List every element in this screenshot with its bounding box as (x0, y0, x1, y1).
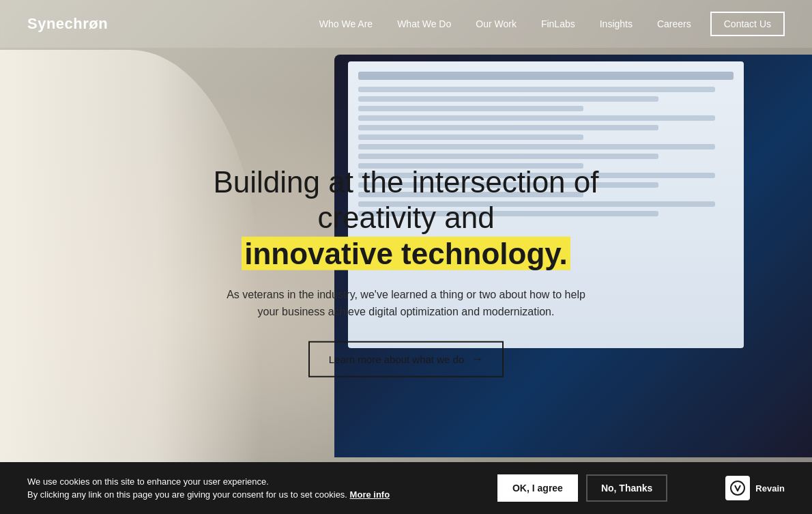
logo[interactable]: Synechrøn (27, 15, 108, 33)
cookie-more-info-link[interactable]: More info (350, 489, 390, 500)
nav-item-our-work[interactable]: Our Work (463, 13, 529, 35)
navbar: Synechrøn Who We Are What We Do Our Work… (0, 0, 812, 48)
nav-links: Who We Are What We Do Our Work FinLabs I… (307, 12, 785, 36)
revain-badge: Revain (725, 476, 785, 500)
cookie-message-line2: By clicking any link on this page you ar… (27, 489, 347, 500)
contact-button[interactable]: Contact Us (710, 12, 785, 36)
nav-item-careers[interactable]: Careers (645, 13, 704, 35)
cookie-decline-button[interactable]: No, Thanks (586, 474, 667, 502)
nav-item-contact[interactable]: Contact Us (704, 12, 785, 36)
svg-point-0 (731, 481, 744, 495)
nav-item-who-we-are[interactable]: Who We Are (307, 13, 385, 35)
hero-content: Building at the intersection of creativi… (167, 164, 645, 377)
cookie-text: We use cookies on this site to enhance y… (27, 475, 450, 502)
cta-label: Learn more about what we do (329, 354, 464, 365)
cookie-agree-button[interactable]: OK, I agree (497, 474, 578, 502)
nav-link-our-work[interactable]: Our Work (463, 13, 529, 35)
hero-subtitle: As veterans in the industry, we've learn… (215, 286, 597, 321)
cookie-message-line1: We use cookies on this site to enhance y… (27, 476, 269, 487)
hero-title-line1: Building at the intersection of creativi… (167, 164, 645, 236)
nav-item-finlabs[interactable]: FinLabs (529, 13, 588, 35)
revain-label: Revain (755, 483, 785, 494)
nav-item-insights[interactable]: Insights (588, 13, 645, 35)
nav-item-what-we-do[interactable]: What We Do (385, 13, 463, 35)
nav-link-insights[interactable]: Insights (588, 13, 645, 35)
nav-link-what-we-do[interactable]: What We Do (385, 13, 463, 35)
nav-link-careers[interactable]: Careers (645, 13, 704, 35)
arrow-icon: → (471, 352, 483, 367)
revain-icon (725, 476, 750, 500)
cta-button[interactable]: Learn more about what we do → (308, 341, 504, 377)
hero-title-highlight: innovative technology. (242, 237, 570, 270)
nav-link-who-we-are[interactable]: Who We Are (307, 13, 385, 35)
nav-link-finlabs[interactable]: FinLabs (529, 13, 588, 35)
cookie-banner: We use cookies on this site to enhance y… (0, 462, 812, 514)
cookie-buttons: OK, I agree No, Thanks (497, 474, 667, 502)
hero-title-line2: innovative technology. (167, 236, 645, 272)
